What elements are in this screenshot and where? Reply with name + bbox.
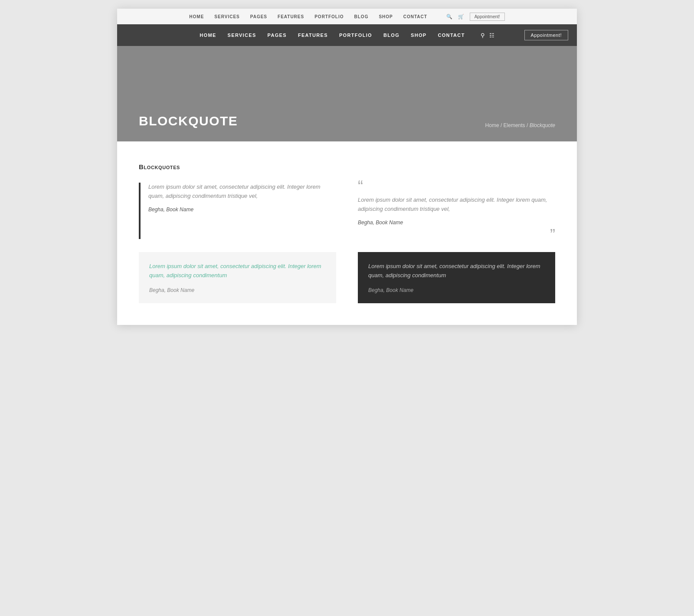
main-appointment-button[interactable]: Appointment! xyxy=(524,30,568,40)
main-nav-home[interactable]: HOME xyxy=(200,33,216,38)
main-content: Blockquotes Lorem ipsum dolor sit amet, … xyxy=(117,141,577,325)
page-wrapper: HOME SERVICES PAGES FEATURES PORTFOLIO B… xyxy=(117,9,577,325)
main-nav-blog[interactable]: BLOG xyxy=(383,33,399,38)
blockquote-2: “ Lorem ipsum dolor sit amet, consectetu… xyxy=(358,183,555,239)
breadcrumb-sep1: / xyxy=(501,122,504,128)
hero-title: BLOCKQUOTE xyxy=(139,114,238,128)
open-quote-icon: “ xyxy=(358,183,555,190)
blockquote-4: Lorem ipsum dolor sit amet, consectetur … xyxy=(358,252,555,304)
breadcrumb-elements[interactable]: Elements xyxy=(504,122,525,128)
bq3-text: Lorem ipsum dolor sit amet, consectetur … xyxy=(149,262,326,280)
main-nav-portfolio[interactable]: PORTFOLIO xyxy=(339,33,372,38)
hero-section: BLOCKQUOTE Home / Elements / Blockquote xyxy=(117,46,577,141)
breadcrumb: Home / Elements / Blockquote xyxy=(485,122,555,128)
cart-icon[interactable]: 🛒 xyxy=(458,14,465,20)
close-quote-icon: ” xyxy=(358,231,555,239)
bq3-author: Begha, Book Name xyxy=(149,287,194,293)
breadcrumb-home[interactable]: Home xyxy=(485,122,499,128)
section-title: Blockquotes xyxy=(139,163,555,170)
main-cart-icon[interactable]: ☷ xyxy=(489,32,494,39)
bq2-author: Begha, Book Name xyxy=(358,220,403,226)
top-nav-portfolio[interactable]: PORTFOLIO xyxy=(314,14,344,19)
main-nav-contact[interactable]: CONTACT xyxy=(438,33,465,38)
blockquote-3: Lorem ipsum dolor sit amet, consectetur … xyxy=(139,252,336,304)
top-nav-shop[interactable]: SHOP xyxy=(379,14,393,19)
blockquotes-grid: Lorem ipsum dolor sit amet, consectetur … xyxy=(139,183,555,303)
search-icon[interactable]: 🔍 xyxy=(446,14,453,20)
top-nav-pages[interactable]: PAGES xyxy=(250,14,267,19)
top-nav: HOME SERVICES PAGES FEATURES PORTFOLIO B… xyxy=(117,9,577,24)
main-nav-shop[interactable]: SHOP xyxy=(411,33,426,38)
bq4-text: Lorem ipsum dolor sit amet, consectetur … xyxy=(368,262,545,280)
bq1-text: Lorem ipsum dolor sit amet, consectetur … xyxy=(148,183,336,201)
blockquote-1: Lorem ipsum dolor sit amet, consectetur … xyxy=(139,183,336,239)
bq4-author: Begha, Book Name xyxy=(368,287,413,293)
breadcrumb-current: Blockquote xyxy=(530,122,555,128)
top-nav-home[interactable]: HOME xyxy=(189,14,204,19)
main-search-icon[interactable]: ⚲ xyxy=(481,32,485,39)
main-nav-services[interactable]: SERVICES xyxy=(228,33,256,38)
main-nav-features[interactable]: FEATURES xyxy=(298,33,328,38)
breadcrumb-sep2: / xyxy=(527,122,530,128)
top-nav-contact[interactable]: CONTACT xyxy=(403,14,427,19)
top-appointment-button[interactable]: Appointment! xyxy=(470,13,505,21)
top-nav-right: 🔍 🛒 Appointment! xyxy=(446,13,505,21)
top-nav-features[interactable]: FEATURES xyxy=(278,14,304,19)
top-nav-blog[interactable]: BLOG xyxy=(354,14,369,19)
main-nav-pages[interactable]: PAGES xyxy=(268,33,287,38)
bq1-author: Begha, Book Name xyxy=(148,206,193,213)
main-nav: HOME SERVICES PAGES FEATURES PORTFOLIO B… xyxy=(117,24,577,46)
top-nav-services[interactable]: SERVICES xyxy=(214,14,239,19)
bq2-text: Lorem ipsum dolor sit amet, consectetur … xyxy=(358,196,555,214)
main-nav-icons: ⚲ ☷ xyxy=(481,32,494,39)
